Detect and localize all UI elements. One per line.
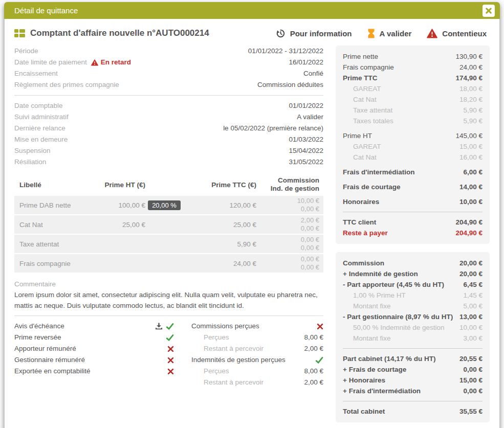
info-value: Confié xyxy=(303,68,323,79)
total-row: Frais de courtage14,00 € xyxy=(343,182,483,192)
table-row: Frais compagnie 24,00 € 0,00 € 0,00 € xyxy=(14,254,323,273)
flag-prime-reversee: Prime reversée xyxy=(14,332,174,343)
total-subrow: Montant fixe5,00 € xyxy=(343,301,483,311)
close-button[interactable] xyxy=(483,5,495,17)
total-subrow: 1,00 % Prime HT1,45 € xyxy=(343,290,483,301)
total-row: Prime HT145,00 € xyxy=(343,130,483,141)
info-value: le 05/02/2022 (première relance) xyxy=(223,123,323,134)
download-icon[interactable] xyxy=(155,323,163,330)
info-label: Période xyxy=(14,46,38,57)
total-row: Prime nette130,90 € xyxy=(343,51,483,62)
info-row-periode: Période 01/01/2022 - 31/12/2022 xyxy=(14,46,323,57)
total-row: Commission20,00 € xyxy=(343,258,483,268)
total-row: - Part gestionnaire (8,97 % du HT)13,00 … xyxy=(343,311,483,322)
info-value: 01/01/2022 xyxy=(289,100,323,111)
cross-icon xyxy=(167,357,174,364)
info-label: Encaissement xyxy=(14,68,58,79)
table-row: Prime DAB nette 100,00 € 20,00 % 120,00 … xyxy=(14,196,323,214)
comment-label: Commentaire xyxy=(14,279,323,289)
info-row-date-comptable: Date comptable 01/01/2022 xyxy=(14,100,323,111)
grid-icon xyxy=(14,29,25,37)
cross-icon xyxy=(167,346,174,352)
amounts-panel: Prime nette130,90 € Frais compagnie24,00… xyxy=(336,46,490,244)
commissions-percues-row: Perçues 8,00 € xyxy=(191,332,323,343)
total-subrow: Taxe attentat5,90 € xyxy=(343,105,483,116)
total-subrow: Cat Nat16,00 € xyxy=(343,152,483,163)
status-a-valider[interactable]: A valider xyxy=(367,29,412,38)
info-label: Date limite de paiement En retard xyxy=(14,57,131,68)
status-pour-information[interactable]: Pour information xyxy=(276,29,352,38)
total-row: Frais d'intermédiation6,00 € xyxy=(343,167,483,177)
col-header-libelle: Libellé xyxy=(14,181,98,189)
divider xyxy=(14,316,323,316)
tax-rate-badge: 20,00 % xyxy=(148,200,181,210)
modal-titlebar: Détail de quittance xyxy=(4,2,500,19)
info-value: 15/04/2022 xyxy=(289,145,323,156)
info-row-demeure: Mise en demeure 01/03/2022 xyxy=(14,134,323,145)
total-row: - Part apporteur (4,45 % du HT)6,45 € xyxy=(343,279,483,290)
modal-body: Comptant d'affaire nouvelle n°AUTO000214… xyxy=(4,19,500,428)
info-label: Date comptable xyxy=(14,100,63,111)
divider xyxy=(14,95,323,96)
total-row: Frais compagnie24,00 € xyxy=(343,62,483,73)
info-label: Résiliation xyxy=(14,156,46,168)
info-value: 16/01/2022 xyxy=(289,57,323,68)
total-subrow: Taxes totales5,90 € xyxy=(343,116,483,126)
info-label: Dernière relance xyxy=(14,123,65,134)
info-value: 01/03/2022 xyxy=(289,134,323,145)
total-subrow: 50,00 % Indemnité de gestion10,00 € xyxy=(343,322,483,333)
warning-triangle-icon xyxy=(427,29,437,38)
commissions-restant-row: Restant à percevoir 2,00 € xyxy=(191,343,323,354)
flag-gestionnaire-remunere: Gestionnaire rémunéré xyxy=(14,354,174,366)
premium-table: Libellé Prime HT (€) Prime TTC (€) Commi… xyxy=(14,175,323,273)
info-label: Suspension xyxy=(14,145,51,156)
col-header-prime-ht: Prime HT (€) xyxy=(98,181,145,189)
reste-a-payer-row: Reste à payer204,90 € xyxy=(343,228,483,238)
flag-apporteur-remunere: Apporteur rémunéré xyxy=(14,343,174,354)
total-subrow: GAREAT18,00 € xyxy=(343,83,483,94)
info-row-date-limite: Date limite de paiement En retard 16/01/… xyxy=(14,57,323,68)
status-contentieux[interactable]: Contentieux xyxy=(427,29,487,38)
cross-icon xyxy=(317,323,323,330)
premium-table-header: Libellé Prime HT (€) Prime TTC (€) Commi… xyxy=(14,175,323,196)
table-row: Taxe attentat 5,90 € 0,00 € 0,00 € xyxy=(14,235,323,253)
check-icon xyxy=(166,334,174,342)
close-icon xyxy=(485,7,492,14)
title-row: Comptant d'affaire nouvelle n°AUTO000214… xyxy=(14,28,490,38)
total-cabinet-row: Total cabinet35,55 € xyxy=(343,406,483,417)
total-subrow: Cat Nat18,20 € xyxy=(343,94,483,105)
total-row: + Honoraires15,00 € xyxy=(343,375,483,386)
info-label: Suivi administratif xyxy=(14,111,69,123)
info-row-suspension: Suspension 15/04/2022 xyxy=(14,145,323,156)
commission-panel: Commission20,00 € + Indemnité de gestion… xyxy=(336,252,490,422)
info-value: 31/05/2022 xyxy=(289,156,323,168)
table-row: Cat Nat 25,00 € 25,00 € 2,00 € 0,00 € xyxy=(14,215,323,234)
total-row: Prime TTC174,90 € xyxy=(343,73,483,83)
info-value: 01/01/2022 - 31/12/2022 xyxy=(248,46,323,57)
warning-triangle-icon xyxy=(91,59,98,66)
total-row: + Indemnité de gestion20,00 € xyxy=(343,268,483,279)
flag-exportee-comptabilite: Exportée en comptabilité xyxy=(14,366,174,377)
total-row: Honoraires10,00 € xyxy=(343,196,483,207)
info-row-reglement: Règlement des primes compagnie Commissio… xyxy=(14,79,323,91)
receipt-detail-modal: Détail de quittance Comptant d'affaire n… xyxy=(4,2,500,428)
flags-column: Avis d'échéance Prime re xyxy=(14,321,174,388)
totals-sidebar: Prime nette130,90 € Frais compagnie24,00… xyxy=(336,46,490,422)
indemnites-percues-header: Indemnités de gestion perçues xyxy=(191,354,323,366)
hourglass-icon xyxy=(367,29,375,38)
total-subrow: Montant fixe3,00 € xyxy=(343,333,483,344)
ttc-client-row: TTC client204,90 € xyxy=(343,217,483,228)
total-row: + Frais d'intermédiation0,00 € xyxy=(343,386,483,396)
modal-title: Détail de quittance xyxy=(14,6,78,15)
info-row-resiliation: Résiliation 31/05/2022 xyxy=(14,156,323,168)
info-row-suivi: Suivi administratif A valider xyxy=(14,111,323,123)
history-icon xyxy=(276,29,286,38)
divider xyxy=(343,401,483,401)
commissions-percues-header: Commissions perçues xyxy=(191,321,323,332)
check-icon xyxy=(315,356,323,364)
flag-avis-echeance: Avis d'échéance xyxy=(14,321,174,332)
col-header-prime-ttc: Prime TTC (€) xyxy=(183,181,256,189)
check-icon xyxy=(166,323,174,330)
info-row-encaissement: Encaissement Confié xyxy=(14,68,323,79)
total-row: + Frais de courtage0,00 € xyxy=(343,364,483,375)
